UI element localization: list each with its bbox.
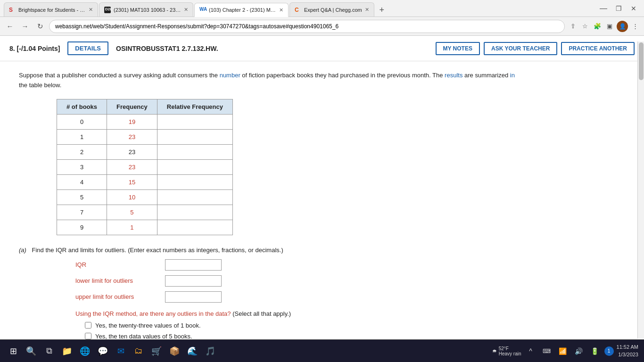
- spotify-icon[interactable]: 🎵: [203, 344, 218, 359]
- part-a-label: (a) Find the IQR and limits for outliers…: [19, 247, 625, 254]
- chegg-favicon-icon: C: [295, 7, 301, 13]
- back-button[interactable]: ←: [4, 20, 16, 33]
- table-cell-relative-frequency: [157, 220, 232, 235]
- question-body: Suppose that a publisher conducted a sur…: [0, 61, 644, 339]
- frequency-table: # of books Frequency Relative Frequency …: [57, 99, 233, 235]
- lower-limit-input[interactable]: [165, 275, 222, 287]
- highlight-number: number: [220, 72, 240, 79]
- title-bar: S Brightspace for Students - sunys ✕ D2L…: [0, 0, 644, 17]
- wifi-icon[interactable]: 📶: [556, 345, 570, 358]
- table-cell-frequency: 1: [107, 220, 157, 235]
- taskview-button[interactable]: ⧉: [41, 344, 57, 359]
- taskbar-left: ⊞ 🔍 ⧉ 📁 🌐 💬 ✉ 🗂 🛒 📦 🌊 🎵: [6, 344, 218, 359]
- tab-close-icon[interactable]: ✕: [184, 7, 188, 13]
- start-button[interactable]: ⊞: [6, 344, 21, 359]
- iqr-input[interactable]: [165, 259, 222, 271]
- table-cell-relative-frequency: [157, 159, 232, 174]
- system-tray-up-icon[interactable]: ^: [524, 345, 537, 358]
- checkbox-1[interactable]: [85, 322, 91, 329]
- table-cell-books: 9: [57, 220, 107, 235]
- table-cell-relative-frequency: [157, 144, 232, 159]
- upper-limit-label-black: upper limit: [75, 293, 104, 300]
- table-cell-frequency: 19: [107, 114, 157, 129]
- tab-close-icon[interactable]: ✕: [89, 7, 93, 13]
- reload-button[interactable]: ↻: [34, 20, 46, 33]
- scrollbar-thumb[interactable]: [639, 42, 644, 80]
- share-icon[interactable]: ⇧: [568, 21, 578, 32]
- close-button[interactable]: ✕: [627, 2, 640, 15]
- window-controls: — ❐ ✕: [597, 2, 640, 15]
- weather-temp: 52°F: [499, 346, 521, 351]
- address-input[interactable]: [49, 20, 565, 33]
- lower-limit-label-black: for outliers: [103, 277, 133, 284]
- teams-icon[interactable]: 💬: [95, 344, 110, 359]
- table-cell-relative-frequency: [157, 114, 232, 129]
- checkbox-row-1: Yes, the twenty-three values of 1 book.: [85, 322, 625, 329]
- tab-webassign[interactable]: WA (103) Chapter 2 - (2301) MAT103 ✕: [194, 3, 289, 17]
- taskbar: ⊞ 🔍 ⧉ 📁 🌐 💬 ✉ 🗂 🛒 📦 🌊 🎵 🌧 52°F Heavy rai…: [0, 339, 644, 362]
- tab-brightspace[interactable]: S Brightspace for Students - sunys ✕: [4, 2, 98, 16]
- part-a-instruction: Find the IQR and limits for outliers. (E…: [32, 247, 283, 254]
- checkbox-row-2: Yes, the ten data values of 5 books.: [85, 333, 625, 339]
- table-cell-books: 5: [57, 189, 107, 205]
- outlier-question-red: Using the IQR method, are there any outl…: [75, 310, 231, 317]
- table-cell-frequency: 10: [107, 189, 157, 205]
- page-content: 8. [-/1.04 Points] DETAILS OSINTROBUSSTA…: [0, 36, 644, 339]
- iqr-label: IQR: [75, 261, 160, 268]
- menu-icon[interactable]: ⋮: [630, 21, 640, 32]
- tab-close-icon[interactable]: ✕: [279, 7, 283, 13]
- upper-limit-input[interactable]: [165, 291, 222, 303]
- tab-webassign-label: (103) Chapter 2 - (2301) MAT103: [209, 7, 276, 13]
- battery-icon[interactable]: 🔋: [588, 345, 602, 358]
- maximize-button[interactable]: ❐: [612, 2, 625, 15]
- header-actions: MY NOTES ASK YOUR TEACHER PRACTICE ANOTH…: [436, 42, 635, 55]
- notification-icon[interactable]: 1: [604, 346, 614, 356]
- details-button[interactable]: DETAILS: [67, 41, 108, 55]
- folder-icon[interactable]: 🗂: [131, 344, 146, 359]
- table-cell-books: 7: [57, 205, 107, 220]
- webassign-favicon-icon: WA: [199, 7, 206, 13]
- table-cell-frequency: 23: [107, 159, 157, 174]
- extension-icon[interactable]: 🧩: [592, 21, 603, 32]
- mail-icon[interactable]: ✉: [113, 344, 128, 359]
- tab-d2l[interactable]: D2L (2301) MAT103 10063 - 23WI ST/ ✕: [99, 2, 193, 16]
- table-cell-relative-frequency: [157, 174, 232, 189]
- lower-limit-label-red: lower limit: [75, 277, 103, 284]
- part-a-letter: (a): [19, 247, 26, 254]
- my-notes-button[interactable]: MY NOTES: [436, 42, 480, 55]
- tab-d2l-label: (2301) MAT103 10063 - 23WI ST/: [114, 7, 181, 13]
- forward-button[interactable]: →: [19, 20, 31, 33]
- question-intro-text: Suppose that a publisher conducted a sur…: [19, 71, 625, 90]
- sidebar-icon[interactable]: ▣: [604, 21, 615, 32]
- weather-icon: 🌧: [492, 348, 497, 354]
- clock-time: 11:52 AM: [617, 344, 638, 351]
- table-header-books: # of books: [57, 99, 107, 114]
- amazon-icon[interactable]: 🛒: [149, 344, 164, 359]
- keyboard-icon[interactable]: ⌨: [540, 345, 553, 358]
- weather-desc: Heavy rain: [499, 351, 521, 356]
- lower-limit-row: lower limit for outliers: [75, 275, 625, 287]
- volume-icon[interactable]: 🔊: [572, 345, 586, 358]
- table-cell-relative-frequency: [157, 189, 232, 205]
- table-cell-frequency: 23: [107, 129, 157, 144]
- upper-limit-label-black2: for outliers: [104, 293, 134, 300]
- checkbox-label-1: Yes, the twenty-three values of 1 book.: [95, 322, 201, 329]
- browser-window: S Brightspace for Students - sunys ✕ D2L…: [0, 0, 644, 362]
- chrome-icon[interactable]: 🌐: [77, 344, 92, 359]
- minimize-button[interactable]: —: [597, 2, 610, 15]
- ask-teacher-button[interactable]: ASK YOUR TEACHER: [484, 42, 557, 55]
- question-header: 8. [-/1.04 Points] DETAILS OSINTROBUSSTA…: [0, 36, 644, 61]
- new-tab-button[interactable]: +: [375, 3, 388, 16]
- checkbox-2[interactable]: [85, 333, 91, 339]
- tab-chegg[interactable]: C Expert Q&A | Chegg.com ✕: [289, 2, 374, 16]
- practice-another-button[interactable]: PRACTICE ANOTHER: [561, 42, 635, 55]
- scrollbar[interactable]: [637, 41, 644, 338]
- table-cell-books: 2: [57, 144, 107, 159]
- search-button[interactable]: 🔍: [24, 344, 39, 359]
- star-icon[interactable]: ☆: [580, 21, 590, 32]
- dropbox-icon[interactable]: 📦: [167, 344, 182, 359]
- file-explorer-icon[interactable]: 📁: [59, 344, 74, 359]
- tab-close-icon[interactable]: ✕: [365, 7, 369, 13]
- edge-icon[interactable]: 🌊: [185, 344, 200, 359]
- profile-icon[interactable]: 👤: [617, 21, 628, 32]
